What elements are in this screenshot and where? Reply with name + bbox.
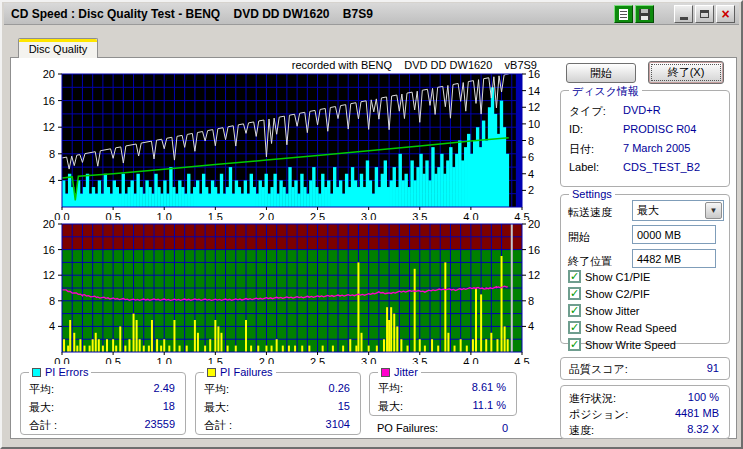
disc-date-label: 日付:: [569, 142, 594, 157]
pi-errors-avg-value: 2.49: [154, 382, 175, 394]
report-icon[interactable]: [614, 5, 633, 23]
jitter-color-icon: [381, 368, 390, 377]
checkmark-icon: ✓: [568, 270, 581, 283]
speed-value: 8.32 X: [687, 423, 719, 435]
pi-failures-legend: PI Failures: [204, 366, 276, 378]
progress-value: 100 %: [688, 391, 719, 403]
tab-label: Disc Quality: [29, 43, 88, 55]
start-button[interactable]: 開始: [566, 63, 636, 83]
settings-title: Settings: [569, 188, 615, 200]
svg-text:1.0: 1.0: [157, 356, 172, 364]
jitter-stats-group: Jitter 平均: 8.61 % 最大: 11.1 %: [369, 372, 517, 416]
svg-text:8: 8: [49, 148, 55, 160]
svg-text:16: 16: [43, 95, 55, 107]
svg-text:3.0: 3.0: [361, 356, 376, 364]
disc-info-title: ディスク情報: [569, 84, 642, 99]
transfer-speed-combobox[interactable]: 最大 ▼: [632, 200, 724, 221]
save-disc-icon[interactable]: [635, 5, 654, 23]
pi-errors-avg-label: 平均:: [29, 382, 54, 397]
checkbox-show-c2-pif[interactable]: ✓ Show C2/PIF: [568, 287, 650, 300]
svg-text:4.0: 4.0: [463, 356, 478, 364]
start-position-label: 開始: [568, 230, 590, 245]
svg-text:20: 20: [43, 218, 55, 230]
pi-failures-total-label: 合計 :: [204, 418, 232, 433]
svg-text:12: 12: [43, 269, 55, 281]
svg-text:14: 14: [528, 85, 540, 97]
minimize-icon: [680, 17, 688, 20]
checkbox-show-write-speed[interactable]: ✓ Show Write Speed: [568, 338, 676, 351]
pi-failures-avg-value: 0.26: [329, 382, 350, 394]
start-position-field[interactable]: 0000 MB: [632, 225, 716, 244]
disc-info-group: ディスク情報 タイプ: DVD+R ID: PRODISC R04 日付: 7 …: [560, 90, 730, 187]
disc-id-value: PRODISC R04: [623, 123, 696, 135]
checkbox-show-read-speed[interactable]: ✓ Show Read Speed: [568, 321, 677, 334]
disc-type-value: DVD+R: [623, 104, 661, 116]
window-title: CD Speed : Disc Quality Test - BENQ DVD …: [11, 7, 373, 21]
transfer-speed-label: 転送速度: [568, 205, 612, 220]
svg-text:8: 8: [528, 295, 534, 307]
svg-text:16: 16: [43, 244, 55, 256]
disc-type-label: タイプ:: [569, 104, 606, 119]
progress-label: 進行状況:: [569, 391, 616, 406]
svg-text:12: 12: [43, 121, 55, 133]
svg-text:20: 20: [528, 218, 540, 230]
svg-text:2: 2: [528, 184, 534, 196]
svg-text:12: 12: [528, 101, 540, 113]
checkmark-icon: ✓: [568, 304, 581, 317]
svg-text:4: 4: [528, 168, 534, 180]
svg-text:2.0: 2.0: [259, 356, 274, 364]
minimize-button[interactable]: [674, 5, 693, 23]
end-position-label: 終了位置: [568, 254, 612, 269]
title-bar: CD Speed : Disc Quality Test - BENQ DVD …: [4, 3, 739, 25]
disc-label-value: CDS_TEST_B2: [623, 161, 700, 173]
pi-errors-total-value: 23559: [144, 418, 175, 430]
pi-errors-color-icon: [32, 368, 41, 377]
jitter-avg-label: 平均:: [378, 381, 403, 396]
quality-score-value: 91: [707, 362, 719, 374]
pi-failures-stats-group: PI Failures 平均: 0.26 最大: 15 合計 : 3104: [195, 372, 361, 435]
tab-disc-quality[interactable]: Disc Quality: [18, 38, 98, 58]
svg-text:8: 8: [528, 135, 534, 147]
pi-errors-stats-group: PI Errors 平均: 2.49 最大: 18 合計 : 23559: [20, 372, 186, 435]
svg-text:0.5: 0.5: [105, 356, 120, 364]
checkmark-icon: ✓: [568, 338, 581, 351]
checkbox-show-c1-pie[interactable]: ✓ Show C1/PIE: [568, 270, 650, 283]
end-position-field[interactable]: 4482 MB: [632, 249, 716, 268]
maximize-button[interactable]: [695, 5, 714, 23]
position-value: 4481 MB: [675, 407, 719, 419]
speed-label: 速度:: [569, 423, 594, 438]
pi-failures-max-label: 最大:: [204, 400, 229, 415]
chevron-down-icon[interactable]: ▼: [705, 202, 722, 219]
pi-failures-color-icon: [207, 368, 216, 377]
app-window: CD Speed : Disc Quality Test - BENQ DVD …: [0, 0, 743, 449]
pi-errors-max-value: 18: [163, 400, 175, 412]
svg-text:0.0: 0.0: [54, 356, 69, 364]
jitter-avg-value: 8.61 %: [472, 381, 506, 393]
svg-text:4: 4: [49, 174, 55, 186]
svg-text:3.5: 3.5: [412, 356, 427, 364]
disc-id-label: ID:: [569, 123, 583, 135]
svg-text:2.5: 2.5: [310, 356, 325, 364]
pi-failures-jitter-chart: 20161284201612840.00.51.01.52.02.53.03.5…: [24, 216, 540, 364]
svg-text:4: 4: [528, 320, 534, 332]
jitter-legend: Jitter: [378, 366, 421, 378]
svg-text:10: 10: [528, 118, 540, 130]
progress-group: 進行状況: 100 % ポジション: 4481 MB 速度: 8.32 X: [560, 385, 730, 439]
disc-label-label: Label:: [569, 161, 599, 173]
exit-button[interactable]: 終了(X): [648, 61, 724, 84]
svg-text:12: 12: [528, 269, 540, 281]
svg-text:8: 8: [49, 295, 55, 307]
quality-score-group: 品質スコア: 91: [560, 357, 730, 380]
pi-failures-total-value: 3104: [326, 418, 350, 430]
po-failures-value: 0: [502, 422, 508, 434]
pi-errors-speed-chart: 201612841614121086420.00.51.01.52.02.53.…: [24, 66, 540, 220]
chart-caption: recorded with BENQ DVD DD DW1620 vB7S9: [197, 59, 537, 71]
svg-text:6: 6: [528, 151, 534, 163]
quality-score-label: 品質スコア:: [569, 362, 628, 377]
svg-text:1.5: 1.5: [208, 356, 223, 364]
checkbox-show-jitter[interactable]: ✓ Show Jitter: [568, 304, 639, 317]
svg-text:4.5: 4.5: [514, 356, 529, 364]
close-button[interactable]: ×: [716, 5, 735, 23]
svg-text:20: 20: [43, 68, 55, 80]
checkmark-icon: ✓: [568, 287, 581, 300]
